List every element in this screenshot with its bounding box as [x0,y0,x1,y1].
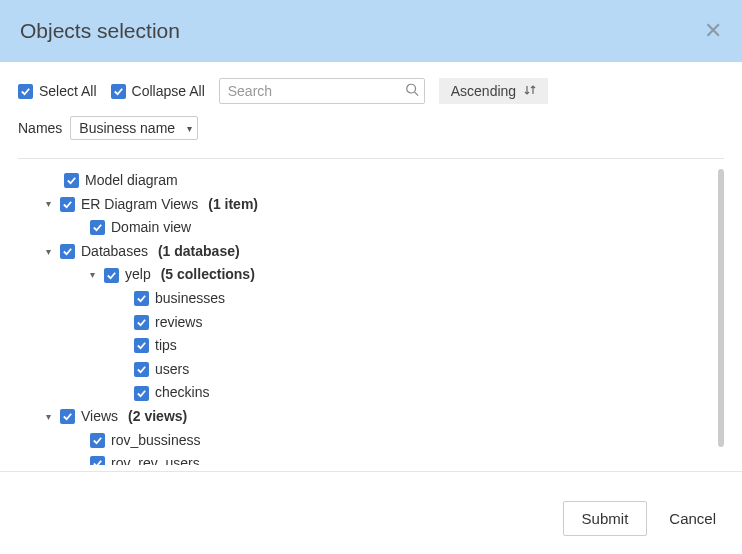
checkbox-icon[interactable] [90,220,105,235]
select-all-checkbox[interactable]: Select All [18,83,97,99]
sort-button[interactable]: Ascending [439,78,548,104]
scrollbar-thumb[interactable] [718,169,724,447]
tree-item-rov-bussiness[interactable]: rov_bussiness [24,429,724,453]
collapse-all-label: Collapse All [132,83,205,99]
dialog-footer: Submit Cancel [0,483,742,554]
cancel-button[interactable]: Cancel [665,501,720,536]
checkbox-icon[interactable] [134,315,149,330]
divider [0,471,742,472]
tree-item-businesses[interactable]: businesses [24,287,724,311]
tree-item-databases[interactable]: ▾ Databases (1 database) [24,240,724,264]
checkbox-icon[interactable] [60,197,75,212]
submit-button[interactable]: Submit [563,501,648,536]
caret-down-icon[interactable]: ▾ [86,268,98,282]
names-select[interactable]: Business name [70,116,198,140]
tree-item-model-diagram[interactable]: Model diagram [24,169,724,193]
checkbox-icon[interactable] [134,338,149,353]
checkbox-icon[interactable] [134,386,149,401]
sort-icon [524,84,536,99]
checkbox-icon[interactable] [134,362,149,377]
checkbox-icon[interactable] [64,173,79,188]
tree-item-views[interactable]: ▾ Views (2 views) [24,405,724,429]
tree-item-rov-rev-users[interactable]: rov_rev_users [24,452,724,465]
names-label: Names [18,120,62,136]
close-icon[interactable]: ✕ [704,18,722,44]
tree-item-domain-view[interactable]: Domain view [24,216,724,240]
tree-item-checkins[interactable]: checkins [24,381,724,405]
checkbox-icon[interactable] [60,244,75,259]
checkbox-icon[interactable] [90,456,105,465]
checkbox-icon[interactable] [90,433,105,448]
checkbox-icon [18,84,33,99]
toolbar: Select All Collapse All Ascending [0,62,742,112]
dialog-title: Objects selection [20,19,180,43]
search-wrap [219,78,425,104]
object-tree: Model diagram ▾ ER Diagram Views (1 item… [18,169,724,465]
caret-down-icon[interactable]: ▾ [42,410,54,424]
dialog-header: Objects selection ✕ [0,0,742,62]
tree-item-tips[interactable]: tips [24,334,724,358]
divider [18,158,724,159]
checkbox-icon[interactable] [60,409,75,424]
caret-down-icon[interactable]: ▾ [42,197,54,211]
tree-container: Model diagram ▾ ER Diagram Views (1 item… [18,169,724,465]
tree-item-reviews[interactable]: reviews [24,311,724,335]
scrollbar[interactable] [716,169,724,465]
checkbox-icon[interactable] [104,268,119,283]
names-row: Names Business name ▾ [0,112,742,152]
tree-item-er-views[interactable]: ▾ ER Diagram Views (1 item) [24,193,724,217]
search-input[interactable] [219,78,425,104]
tree-item-users[interactable]: users [24,358,724,382]
tree-item-yelp[interactable]: ▾ yelp (5 collections) [24,263,724,287]
collapse-all-checkbox[interactable]: Collapse All [111,83,205,99]
checkbox-icon[interactable] [134,291,149,306]
sort-label: Ascending [451,83,516,99]
checkbox-icon [111,84,126,99]
select-all-label: Select All [39,83,97,99]
caret-down-icon[interactable]: ▾ [42,245,54,259]
